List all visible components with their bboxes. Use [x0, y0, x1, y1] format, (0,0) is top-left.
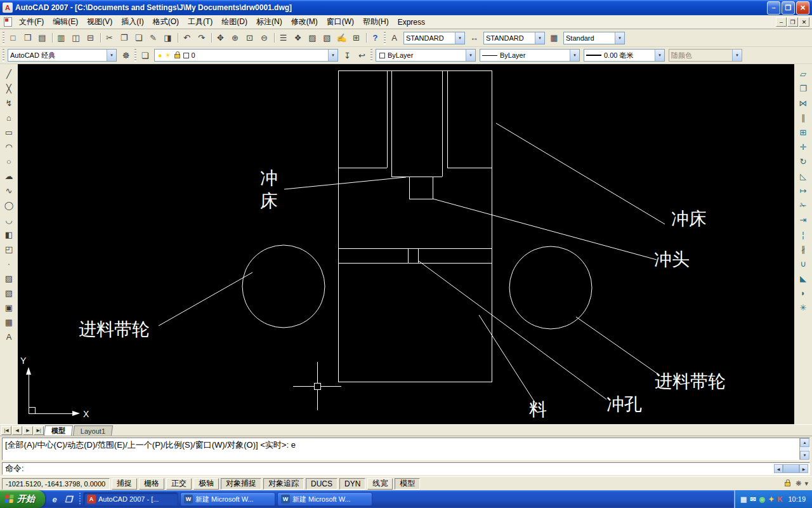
layer-select[interactable]: ● ☀ 0 ▼: [154, 49, 338, 62]
toggle-lwt[interactable]: 线宽: [367, 478, 393, 490]
arc-icon[interactable]: ◠: [2, 140, 16, 154]
task-autocad[interactable]: A AutoCAD 2007 - [...: [83, 492, 178, 506]
menu-item[interactable]: 窗口(W): [322, 15, 358, 29]
mdi-minimize-button[interactable]: –: [776, 17, 787, 27]
circle-icon[interactable]: ○: [2, 154, 16, 169]
chevron-down-icon[interactable]: ▼: [328, 50, 337, 61]
rotate-icon[interactable]: ↻: [796, 154, 811, 169]
insert-block-icon[interactable]: ◧: [2, 227, 16, 242]
zoom-realtime-icon[interactable]: ⊕: [228, 30, 242, 45]
markup-set-manager-icon[interactable]: ✍: [334, 30, 349, 45]
table-style-select[interactable]: Standard ▼: [563, 32, 625, 44]
lineweight-select[interactable]: 0.00 毫米 ▼: [584, 49, 665, 62]
task-word-1[interactable]: W 新建 Microsoft W...: [180, 492, 275, 506]
status-tray-arrow-icon[interactable]: ▾: [804, 479, 808, 488]
menu-item[interactable]: 编辑(E): [48, 15, 82, 29]
tray-message-icon[interactable]: ✉: [750, 496, 756, 503]
mirror-icon[interactable]: ⋈: [796, 96, 811, 110]
mdi-close-button[interactable]: ✕: [799, 17, 809, 27]
toolbar-grip[interactable]: [3, 32, 4, 44]
ie-icon[interactable]: e: [49, 493, 60, 505]
zoom-previous-icon[interactable]: ⊖: [257, 30, 272, 45]
text-style-select[interactable]: STANDARD ▼: [403, 32, 465, 44]
toggle-model[interactable]: 模型: [395, 478, 420, 490]
open-icon[interactable]: ❒: [20, 30, 35, 45]
toggle-grid[interactable]: 栅格: [139, 478, 164, 490]
color-select[interactable]: ByLayer ▼: [376, 49, 476, 62]
separator[interactable]: [175, 30, 180, 45]
menu-item[interactable]: 工具(T): [183, 15, 217, 29]
quickcalc-icon[interactable]: ⊞: [349, 30, 363, 45]
tray-network-icon[interactable]: ◉: [759, 496, 766, 503]
toggle-osnap[interactable]: 对象捕捉: [221, 478, 261, 490]
chevron-down-icon[interactable]: ▼: [655, 50, 664, 61]
undo-icon[interactable]: ↶: [180, 30, 194, 45]
scroll-up-icon[interactable]: ▲: [800, 438, 809, 447]
menu-item[interactable]: 帮助(H): [358, 15, 393, 29]
tab-nav-button[interactable]: ◀: [12, 426, 22, 435]
polygon-icon[interactable]: ⌂: [2, 110, 16, 125]
toolbar-grip[interactable]: [134, 49, 136, 62]
chamfer-icon[interactable]: ◣: [796, 271, 811, 286]
pan-icon[interactable]: ✥: [213, 30, 228, 45]
toggle-otrack[interactable]: 对象追踪: [263, 478, 304, 490]
chevron-down-icon[interactable]: ▼: [107, 50, 116, 61]
copy-icon[interactable]: ❐: [117, 30, 131, 45]
break-icon[interactable]: ∦: [796, 242, 811, 257]
copy-object-icon[interactable]: ❐: [796, 81, 811, 96]
array-icon[interactable]: ⊞: [796, 125, 811, 140]
show-desktop-icon[interactable]: ❐: [63, 493, 74, 505]
separator[interactable]: [209, 30, 213, 45]
tool-palettes-icon[interactable]: ▨: [305, 30, 320, 45]
revcloud-icon[interactable]: ☁: [2, 169, 16, 184]
tab-layout1[interactable]: Layout1: [73, 425, 113, 436]
tab-nav-button[interactable]: ▶|: [34, 426, 44, 435]
layer-on-icon[interactable]: ●: [158, 51, 162, 59]
make-object-layer-current-icon[interactable]: ↧: [340, 48, 355, 63]
table-style-icon[interactable]: ▦: [547, 30, 561, 45]
extend-icon[interactable]: ⇥: [796, 213, 811, 227]
help-icon[interactable]: ?: [368, 30, 383, 45]
layer-freeze-icon[interactable]: ☀: [165, 51, 171, 60]
gradient-icon[interactable]: ▧: [2, 286, 16, 300]
match-properties-icon[interactable]: ✎: [146, 30, 160, 45]
chevron-down-icon[interactable]: ▼: [466, 50, 475, 61]
rectangle-icon[interactable]: ▭: [2, 125, 16, 140]
stretch-icon[interactable]: ↦: [796, 184, 811, 198]
tab-nav-button[interactable]: |◀: [1, 426, 11, 435]
spline-icon[interactable]: ∿: [2, 184, 16, 198]
tab-nav-button[interactable]: ▶: [23, 426, 33, 435]
toolbar-grip[interactable]: [3, 49, 4, 62]
command-input-line[interactable]: 命令: ◀ ▶: [2, 462, 810, 475]
chevron-down-icon[interactable]: ▼: [570, 50, 579, 61]
dim-style-select[interactable]: STANDARD ▼: [483, 32, 545, 44]
toggle-ducs[interactable]: DUCS: [306, 478, 337, 490]
trim-icon[interactable]: ✁: [796, 198, 811, 213]
chevron-down-icon[interactable]: ▼: [615, 32, 624, 44]
start-button[interactable]: 开始: [0, 490, 45, 508]
workspace-select[interactable]: AutoCAD 经典 ▼: [8, 49, 117, 62]
menu-item[interactable]: Express: [393, 17, 429, 28]
scale-icon[interactable]: ◺: [796, 169, 811, 184]
toolbar-grip[interactable]: [384, 32, 386, 44]
toggle-snap[interactable]: 捕捉: [112, 478, 137, 490]
region-icon[interactable]: ▣: [2, 300, 16, 315]
separator[interactable]: [49, 30, 54, 45]
offset-icon[interactable]: ∥: [796, 110, 811, 125]
make-block-icon[interactable]: ◰: [2, 242, 16, 257]
point-icon[interactable]: ∙: [2, 257, 16, 271]
mtext-icon[interactable]: A: [2, 330, 16, 344]
tray-k-icon[interactable]: K: [778, 496, 783, 503]
toggle-ortho[interactable]: 正交: [166, 478, 192, 490]
layer-properties-manager-icon[interactable]: ❏: [138, 48, 152, 63]
ellipse-arc-icon[interactable]: ◡: [2, 213, 16, 227]
plot-preview-icon[interactable]: ◫: [69, 30, 83, 45]
qnew-icon[interactable]: □: [6, 30, 20, 45]
linetype-select[interactable]: ByLayer ▼: [480, 49, 580, 62]
command-hscrollbar[interactable]: ◀ ▶: [774, 464, 808, 473]
scroll-left-icon[interactable]: ◀: [774, 464, 783, 473]
command-history[interactable]: [全部(A)/中心(C)/动态(D)/范围(E)/上一个(P)/比例(S)/窗口…: [2, 438, 810, 460]
chevron-down-icon[interactable]: ▼: [455, 32, 464, 44]
model-space-canvas[interactable]: Y X 冲 床 冲床 冲头 进料带轮 进料带轮 料 冲孔: [18, 64, 794, 424]
close-button[interactable]: ✕: [796, 1, 809, 15]
